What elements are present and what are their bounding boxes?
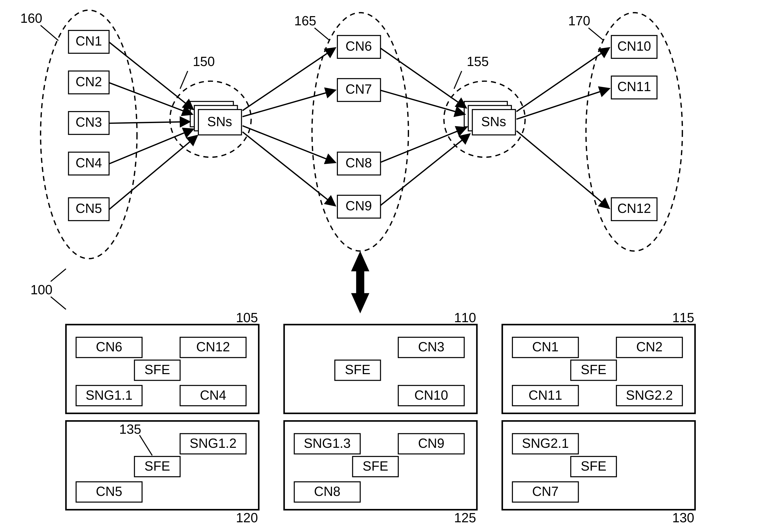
edge-cn6-sn2 (380, 48, 466, 107)
svg-text:CN8: CN8 (346, 155, 372, 170)
node-cn1: CN1 (69, 30, 109, 53)
node-cn8: CN8 (337, 152, 380, 175)
edge-sn2-cn10 (516, 48, 609, 112)
svg-line-37 (51, 269, 66, 282)
svg-text:CN3: CN3 (418, 339, 444, 354)
host-120: 120 135 SNG1.2 SFE CN5 (66, 421, 259, 525)
svg-line-30 (588, 28, 604, 41)
svg-line-69 (140, 435, 152, 455)
svg-text:SNG1.2: SNG1.2 (190, 436, 237, 451)
svg-text:CN2: CN2 (76, 74, 102, 89)
node-cn9: CN9 (337, 195, 380, 218)
ref-100: 100 (30, 282, 52, 297)
host-130: 130 SNG2.1 SFE CN7 (502, 421, 695, 525)
svg-text:CN3: CN3 (76, 115, 102, 130)
svg-text:CN2: CN2 (636, 339, 663, 354)
node-cn11: CN11 (611, 76, 657, 99)
ref-120: 120 (236, 510, 258, 525)
svg-text:CN4: CN4 (76, 155, 102, 170)
svg-text:CN9: CN9 (346, 198, 372, 213)
node-cn6: CN6 (337, 35, 380, 58)
ref-130: 130 (672, 510, 694, 525)
svg-text:CN11: CN11 (617, 79, 651, 94)
ref-160: 160 (20, 11, 42, 26)
svg-text:SNG1.3: SNG1.3 (304, 436, 351, 451)
svg-text:CN4: CN4 (200, 388, 226, 402)
node-cn7: CN7 (337, 79, 380, 101)
ref-170: 170 (568, 13, 590, 28)
edge-cn5-sn1 (109, 136, 197, 209)
svg-text:CN6: CN6 (346, 39, 372, 53)
svg-line-0 (41, 25, 58, 40)
svg-line-11 (180, 71, 188, 88)
svg-text:CN6: CN6 (96, 339, 122, 354)
edge-sn1-cn7 (242, 90, 335, 117)
edge-cn3-sn1 (109, 122, 189, 123)
svg-text:SFE: SFE (345, 362, 370, 377)
svg-text:SNG2.2: SNG2.2 (626, 388, 673, 402)
svg-text:SNs: SNs (207, 114, 232, 129)
node-sns-150: SNs (190, 101, 241, 135)
host-105: 105 CN6 CN12 SFE SNG1.1 CN4 (66, 310, 259, 413)
host-125: 125 SNG1.3 CN9 SFE CN8 (284, 421, 477, 525)
svg-text:CN8: CN8 (314, 484, 340, 499)
svg-text:CN1: CN1 (532, 339, 558, 354)
node-sns-155: SNs (464, 101, 515, 135)
edge-sn2-cn11 (516, 89, 609, 119)
host-110: 110 CN3 SFE CN10 (284, 310, 477, 413)
edge-sn1-cn8 (242, 126, 335, 163)
ref-165: 165 (294, 13, 317, 28)
svg-text:CN12: CN12 (617, 201, 651, 216)
svg-text:SFE: SFE (581, 362, 607, 377)
svg-line-16 (315, 28, 330, 41)
edge-cn7-sn2 (380, 90, 464, 114)
svg-text:CN5: CN5 (76, 201, 102, 216)
svg-line-38 (51, 296, 66, 309)
svg-text:SFE: SFE (145, 362, 170, 377)
svg-text:CN5: CN5 (96, 484, 122, 499)
double-arrow-icon (351, 251, 369, 313)
svg-text:CN1: CN1 (76, 33, 102, 48)
node-cn10: CN10 (611, 35, 657, 58)
node-cn4: CN4 (69, 152, 109, 175)
svg-text:CN10: CN10 (617, 39, 651, 53)
svg-text:CN7: CN7 (532, 484, 558, 499)
edge-cn4-sn1 (109, 129, 193, 164)
edge-sn1-cn9 (242, 132, 335, 205)
ref-115: 115 (672, 310, 694, 325)
node-cn12: CN12 (611, 198, 657, 221)
svg-text:CN7: CN7 (346, 81, 372, 96)
host-115: 115 CN1 CN2 SFE CN11 SNG2.2 (502, 310, 695, 413)
edge-sn2-cn12 (516, 131, 609, 208)
node-cn3: CN3 (69, 112, 109, 134)
node-cn5: CN5 (69, 198, 109, 221)
ref-150: 150 (193, 54, 215, 69)
node-cn2: CN2 (69, 71, 109, 94)
svg-text:SFE: SFE (145, 458, 170, 473)
svg-line-25 (454, 71, 462, 88)
svg-text:SFE: SFE (581, 458, 607, 473)
diagram: 160 CN1 CN2 CN3 CN4 CN5 150 SNs 165 (0, 0, 761, 532)
edge-sn1-cn6 (242, 48, 335, 111)
svg-text:SNG1.1: SNG1.1 (86, 388, 133, 402)
ref-110: 110 (454, 310, 476, 325)
svg-text:SFE: SFE (363, 458, 388, 473)
ref-125: 125 (454, 510, 476, 525)
svg-text:CN10: CN10 (414, 388, 448, 402)
svg-text:SNG2.1: SNG2.1 (522, 436, 569, 451)
ref-135: 135 (119, 422, 141, 437)
edge-cn8-sn2 (380, 128, 466, 162)
ref-105: 105 (236, 310, 258, 325)
svg-text:SNs: SNs (481, 114, 506, 129)
svg-text:CN11: CN11 (529, 388, 562, 402)
svg-text:CN12: CN12 (196, 339, 230, 354)
edge-cn9-sn2 (380, 134, 469, 205)
svg-text:CN9: CN9 (418, 436, 444, 451)
ref-155: 155 (467, 54, 489, 69)
